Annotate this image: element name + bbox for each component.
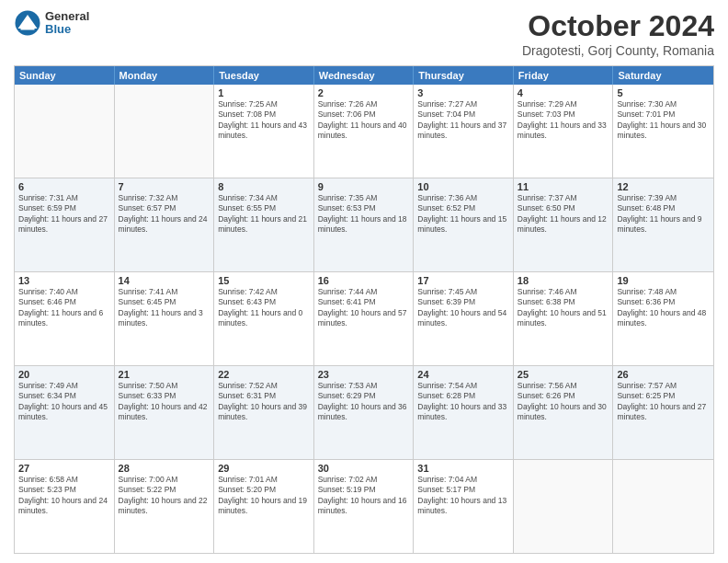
- day-number: 29: [218, 463, 310, 474]
- day-info: Sunrise: 7:48 AM Sunset: 6:36 PM Dayligh…: [617, 287, 710, 329]
- day-info: Sunrise: 7:40 AM Sunset: 6:46 PM Dayligh…: [18, 287, 110, 329]
- calendar-header-cell: Sunday: [15, 66, 115, 85]
- day-info: Sunrise: 7:32 AM Sunset: 6:57 PM Dayligh…: [119, 193, 210, 236]
- calendar-cell: 28Sunrise: 7:00 AM Sunset: 5:22 PM Dayli…: [115, 460, 215, 553]
- day-info: Sunrise: 7:39 AM Sunset: 6:48 PM Dayligh…: [617, 193, 710, 236]
- calendar-cell: 24Sunrise: 7:54 AM Sunset: 6:28 PM Dayli…: [414, 366, 514, 459]
- calendar-cell: 16Sunrise: 7:44 AM Sunset: 6:41 PM Dayli…: [314, 272, 415, 365]
- day-number: 17: [417, 275, 509, 286]
- calendar-cell: 10Sunrise: 7:36 AM Sunset: 6:52 PM Dayli…: [414, 178, 514, 271]
- calendar-cell: 17Sunrise: 7:45 AM Sunset: 6:39 PM Dayli…: [414, 272, 514, 365]
- day-number: 30: [318, 463, 410, 474]
- logo: General Blue: [14, 9, 89, 37]
- calendar-cell: 3Sunrise: 7:27 AM Sunset: 7:04 PM Daylig…: [414, 85, 514, 178]
- location: Dragotesti, Gorj County, Romania: [522, 43, 714, 58]
- day-number: 14: [119, 275, 210, 286]
- calendar-header-cell: Thursday: [414, 66, 514, 85]
- day-number: 3: [417, 87, 509, 98]
- svg-rect-2: [21, 28, 35, 30]
- calendar-row: 13Sunrise: 7:40 AM Sunset: 6:46 PM Dayli…: [15, 272, 713, 366]
- calendar: SundayMondayTuesdayWednesdayThursdayFrid…: [14, 65, 714, 554]
- day-info: Sunrise: 7:52 AM Sunset: 6:31 PM Dayligh…: [218, 381, 310, 423]
- day-info: Sunrise: 7:49 AM Sunset: 6:34 PM Dayligh…: [18, 381, 110, 423]
- logo-general: General: [45, 10, 89, 23]
- logo-text: General Blue: [45, 10, 89, 37]
- calendar-body: 1Sunrise: 7:25 AM Sunset: 7:08 PM Daylig…: [15, 85, 713, 553]
- calendar-header: SundayMondayTuesdayWednesdayThursdayFrid…: [15, 66, 713, 85]
- day-info: Sunrise: 7:41 AM Sunset: 6:45 PM Dayligh…: [119, 287, 210, 329]
- calendar-cell: 30Sunrise: 7:02 AM Sunset: 5:19 PM Dayli…: [314, 460, 415, 553]
- calendar-row: 27Sunrise: 6:58 AM Sunset: 5:23 PM Dayli…: [15, 460, 713, 553]
- day-number: 6: [18, 181, 110, 192]
- calendar-cell: 14Sunrise: 7:41 AM Sunset: 6:45 PM Dayli…: [115, 272, 215, 365]
- day-number: 16: [318, 275, 410, 286]
- calendar-header-cell: Wednesday: [314, 66, 415, 85]
- calendar-cell: 7Sunrise: 7:32 AM Sunset: 6:57 PM Daylig…: [115, 178, 215, 271]
- day-info: Sunrise: 7:35 AM Sunset: 6:53 PM Dayligh…: [318, 193, 410, 236]
- day-number: 19: [617, 275, 710, 286]
- calendar-header-cell: Tuesday: [214, 66, 314, 85]
- day-number: 5: [617, 87, 710, 98]
- calendar-cell: 19Sunrise: 7:48 AM Sunset: 6:36 PM Dayli…: [613, 272, 713, 365]
- day-info: Sunrise: 7:57 AM Sunset: 6:25 PM Dayligh…: [617, 381, 710, 423]
- day-info: Sunrise: 7:50 AM Sunset: 6:33 PM Dayligh…: [119, 381, 210, 423]
- day-number: 12: [617, 181, 710, 192]
- day-info: Sunrise: 7:26 AM Sunset: 7:06 PM Dayligh…: [318, 99, 410, 142]
- calendar-cell: [15, 85, 115, 178]
- day-info: Sunrise: 7:56 AM Sunset: 6:26 PM Dayligh…: [518, 381, 609, 423]
- day-number: 2: [318, 87, 410, 98]
- day-info: Sunrise: 7:00 AM Sunset: 5:22 PM Dayligh…: [119, 475, 210, 517]
- page: General Blue October 2024 Dragotesti, Go…: [0, 0, 728, 563]
- calendar-header-cell: Saturday: [613, 66, 713, 85]
- day-info: Sunrise: 7:27 AM Sunset: 7:04 PM Dayligh…: [417, 99, 509, 142]
- calendar-cell: 22Sunrise: 7:52 AM Sunset: 6:31 PM Dayli…: [214, 366, 314, 459]
- day-info: Sunrise: 7:02 AM Sunset: 5:19 PM Dayligh…: [318, 475, 410, 517]
- day-number: 23: [318, 369, 410, 380]
- day-number: 15: [218, 275, 310, 286]
- calendar-cell: 21Sunrise: 7:50 AM Sunset: 6:33 PM Dayli…: [115, 366, 215, 459]
- day-info: Sunrise: 7:42 AM Sunset: 6:43 PM Dayligh…: [218, 287, 310, 329]
- calendar-header-cell: Friday: [514, 66, 614, 85]
- day-number: 31: [417, 463, 509, 474]
- day-info: Sunrise: 7:25 AM Sunset: 7:08 PM Dayligh…: [218, 99, 310, 142]
- day-info: Sunrise: 7:36 AM Sunset: 6:52 PM Dayligh…: [417, 193, 509, 236]
- day-number: 22: [218, 369, 310, 380]
- calendar-cell: 9Sunrise: 7:35 AM Sunset: 6:53 PM Daylig…: [314, 178, 415, 271]
- day-number: 18: [518, 275, 609, 286]
- day-info: Sunrise: 7:37 AM Sunset: 6:50 PM Dayligh…: [518, 193, 609, 236]
- calendar-cell: 20Sunrise: 7:49 AM Sunset: 6:34 PM Dayli…: [15, 366, 115, 459]
- day-number: 27: [18, 463, 110, 474]
- calendar-cell: [613, 460, 713, 553]
- day-info: Sunrise: 7:30 AM Sunset: 7:01 PM Dayligh…: [617, 99, 710, 142]
- calendar-cell: [514, 460, 614, 553]
- day-number: 24: [417, 369, 509, 380]
- day-number: 13: [18, 275, 110, 286]
- day-number: 4: [518, 87, 609, 98]
- day-number: 28: [119, 463, 210, 474]
- day-info: Sunrise: 7:46 AM Sunset: 6:38 PM Dayligh…: [518, 287, 609, 329]
- day-number: 10: [417, 181, 509, 192]
- calendar-cell: 1Sunrise: 7:25 AM Sunset: 7:08 PM Daylig…: [214, 85, 314, 178]
- calendar-cell: 25Sunrise: 7:56 AM Sunset: 6:26 PM Dayli…: [514, 366, 614, 459]
- calendar-cell: 26Sunrise: 7:57 AM Sunset: 6:25 PM Dayli…: [613, 366, 713, 459]
- day-number: 9: [318, 181, 410, 192]
- calendar-cell: 12Sunrise: 7:39 AM Sunset: 6:48 PM Dayli…: [613, 178, 713, 271]
- header: General Blue October 2024 Dragotesti, Go…: [14, 9, 714, 58]
- calendar-row: 20Sunrise: 7:49 AM Sunset: 6:34 PM Dayli…: [15, 366, 713, 460]
- day-info: Sunrise: 7:34 AM Sunset: 6:55 PM Dayligh…: [218, 193, 310, 236]
- calendar-cell: 29Sunrise: 7:01 AM Sunset: 5:20 PM Dayli…: [214, 460, 314, 553]
- day-info: Sunrise: 7:44 AM Sunset: 6:41 PM Dayligh…: [318, 287, 410, 329]
- day-number: 7: [119, 181, 210, 192]
- day-info: Sunrise: 7:45 AM Sunset: 6:39 PM Dayligh…: [417, 287, 509, 329]
- calendar-cell: 4Sunrise: 7:29 AM Sunset: 7:03 PM Daylig…: [514, 85, 614, 178]
- day-number: 11: [518, 181, 609, 192]
- calendar-row: 6Sunrise: 7:31 AM Sunset: 6:59 PM Daylig…: [15, 178, 713, 272]
- calendar-cell: 31Sunrise: 7:04 AM Sunset: 5:17 PM Dayli…: [414, 460, 514, 553]
- day-number: 26: [617, 369, 710, 380]
- month-title: October 2024: [522, 9, 714, 43]
- day-info: Sunrise: 7:01 AM Sunset: 5:20 PM Dayligh…: [218, 475, 310, 517]
- day-number: 1: [218, 87, 310, 98]
- calendar-cell: [115, 85, 215, 178]
- calendar-cell: 8Sunrise: 7:34 AM Sunset: 6:55 PM Daylig…: [214, 178, 314, 271]
- day-info: Sunrise: 7:53 AM Sunset: 6:29 PM Dayligh…: [318, 381, 410, 423]
